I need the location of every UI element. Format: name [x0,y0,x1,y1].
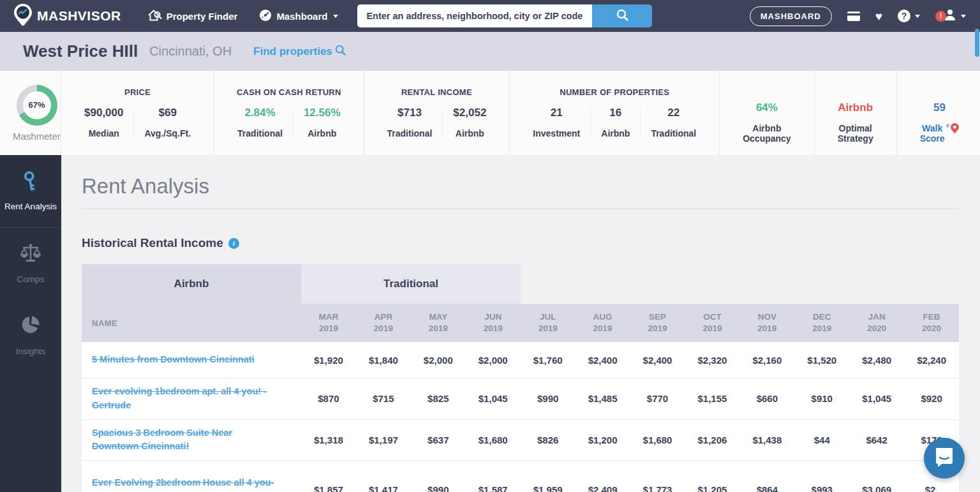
rental-income-cell: $870 [301,393,356,404]
tab-airbnb[interactable]: Airbnb [82,264,301,304]
stat-group-heading [732,82,801,93]
search-icon [616,9,628,23]
title-divider [82,209,959,209]
stat-cell: 16Airbnb [590,107,640,138]
month-column-header: MAR2019 [301,311,356,334]
month-abbr: JAN [849,311,904,323]
rental-income-cell: $990 [521,393,575,404]
stat-cell: 64%Airbnb Occupancy [732,101,801,144]
nav-property-finder[interactable]: Property Finder [148,10,238,23]
card-icon[interactable] [847,11,860,21]
search-icon [335,45,346,59]
rental-income-cell: $826 [521,435,575,445]
rental-income-cell: $1,587 [466,484,521,492]
heart-icon[interactable]: ♥ [875,10,882,22]
rental-income-cell: $1,840 [356,355,411,366]
month-column-header: JAN2020 [849,311,904,334]
property-name-link[interactable]: Spacious 3 Bedroom Suite Near Downtown C… [92,428,232,452]
month-abbr: AUG [575,311,630,323]
rental-income-cell: $1,200 [575,435,630,445]
stat-label: Avg./Sq.Ft. [144,128,191,138]
rental-income-cell: $990 [411,484,466,492]
stat-cell: 12.56%Airbnb [293,107,351,138]
find-properties-link[interactable]: Find properties [253,45,346,59]
historical-rental-income-table: NAME MAR2019APR2019MAY2019JUN2019JUL2019… [82,304,959,492]
table-row: Ever Evolving 2bedroom House all 4 you- … [82,461,959,492]
nav-mashboard-label: Mashboard [276,11,327,22]
search-button[interactable] [592,4,652,27]
month-year: 2019 [521,323,575,334]
rental-income-cell: $1,680 [466,435,521,445]
page-title: Rent Analysis [82,174,959,198]
rental-income-cell: $2,409 [575,484,630,492]
nav-mashboard-menu[interactable]: Mashboard [259,9,338,24]
rental-type-tabs: AirbnbTraditional [82,264,959,304]
walk-score-text: Walk Score [920,123,945,144]
month-column-header: JUN2019 [466,311,521,334]
chevron-down-icon [915,15,920,18]
sidebar-item-insights[interactable]: Insights [0,300,61,372]
mashmeter-value: 67% [23,91,51,119]
help-menu[interactable]: ? [898,10,920,22]
rental-income-cell: $2,240 [904,355,959,366]
stat-group: RENTAL INCOME$713Traditional$2,052Airbnb [364,71,510,155]
neighborhood-title: West Price HIll [23,41,138,61]
table-row: Ever evolving 1bedroom apt. all 4 you! -… [82,378,959,420]
month-abbr: NOV [739,311,794,323]
stat-cell: AirbnbOptimal Strategy [828,101,884,144]
question-icon: ? [898,10,910,22]
stat-value: 22 [651,107,696,119]
month-year: 2019 [356,323,411,334]
stat-group: CASH ON CASH RETURN2.84%Traditional12.56… [214,71,363,155]
stat-group: AirbnbOptimal Strategy [814,71,896,155]
nav-property-finder-label: Property Finder [167,11,238,22]
month-year: 2019 [575,323,630,334]
city-state-label: Cincinnati, OH [149,44,232,59]
sidebar-item-label: Comps [17,274,45,286]
rental-income-cell: $1,045 [849,393,904,404]
month-abbr: APR [356,311,411,323]
month-abbr: SEP [630,311,685,323]
month-column-header: MAY2019 [411,311,466,334]
rental-income-cell: $715 [356,393,411,404]
stat-label: Airbnb Occupancy [743,123,791,144]
user-menu[interactable]: ! [935,8,966,24]
rental-income-cell: $2,480 [849,355,904,366]
info-icon[interactable]: i [228,238,239,249]
month-year: 2019 [685,323,739,334]
property-name-link[interactable]: Ever evolving 1bedroom apt. all 4 you! -… [92,386,267,410]
mashvisor-logo[interactable]: MASHVISOR [14,4,121,28]
month-abbr: DEC [794,311,849,323]
map-pin-chart-icon [14,4,32,28]
search-input[interactable] [357,4,592,27]
tab-traditional[interactable]: Traditional [301,264,521,304]
month-column-header: OCT2019 [685,311,739,334]
house-magnifier-icon [148,10,162,23]
property-name-link[interactable]: Ever Evolving 2bedroom House all 4 you- … [92,477,274,492]
sidebar-item-rent-analysis[interactable]: Rent Analysis [0,155,61,228]
rental-income-cell: $993 [794,484,849,492]
stat-label: Airbnb [601,128,630,138]
rental-income-cell: $660 [739,393,794,404]
stat-group: 59Walk Score® [896,71,980,155]
walk-score-label[interactable]: Walk Score® [920,123,960,144]
month-abbr: JUL [521,311,575,323]
property-name-link[interactable]: 5 Minutes from Downtown Cincinnati [92,354,255,364]
page-scrollbar-thumb[interactable] [975,29,979,57]
month-year: 2019 [466,323,521,334]
rental-income-cell: $864 [739,484,794,492]
rental-income-cell: $1,438 [739,435,794,445]
mashmeter: 67% Mashmeter [13,85,61,142]
sidebar-item-comps[interactable]: Comps [0,228,61,300]
mashmeter-donut: 67% [17,85,57,126]
stat-value: $90,000 [84,107,123,119]
address-search [357,4,652,27]
mashboard-button[interactable]: MASHBOARD [750,6,832,26]
stat-group: NUMBER OF PROPERTIES21Investment16Airbnb… [509,71,719,155]
stat-value: $713 [387,107,433,119]
chat-widget-button[interactable] [924,438,965,479]
rental-income-cell: $1,773 [630,484,685,492]
stat-label: Median [84,128,123,138]
main-content: Rent Analysis Historical Rental Income i… [61,155,980,492]
rental-income-cell: $2,320 [685,355,739,366]
